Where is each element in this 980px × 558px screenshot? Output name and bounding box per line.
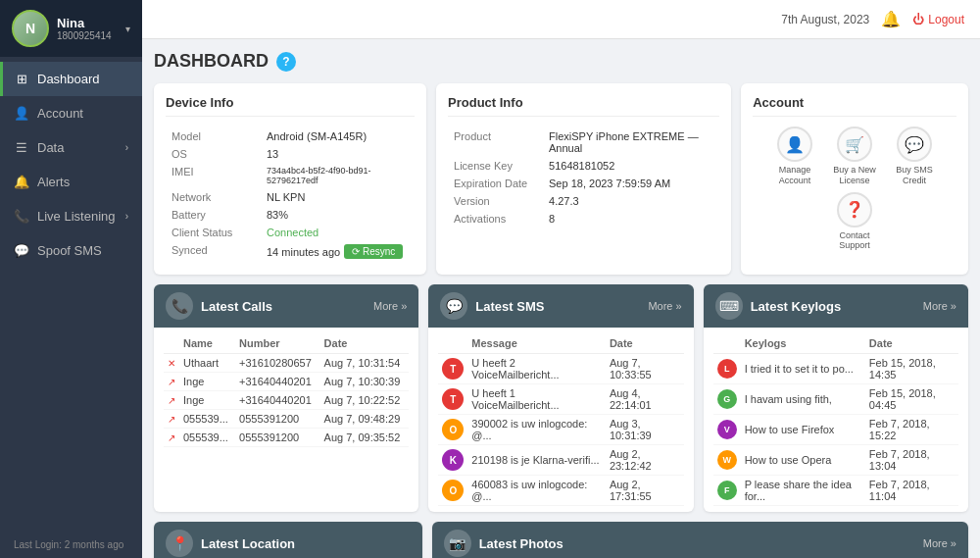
sms-more-link[interactable]: More » — [648, 300, 681, 312]
table-row: G I havam using fith, Feb 15, 2018, 04:4… — [713, 384, 958, 415]
data-icon: ☰ — [14, 140, 29, 155]
last-login: Last Login: 2 months ago — [0, 532, 142, 558]
table-row: ↗ Inge +31640440201 Aug 7, 10:30:39 — [164, 373, 409, 391]
sms-icon: 💬 — [440, 292, 467, 320]
main-content: DASHBOARD ? Device Info ModelAndroid (SM… — [142, 39, 980, 558]
latest-photos-card: 📷 Latest Photos More » Café Le boulevard… — [432, 522, 968, 558]
manage-account-icon: 👤 — [777, 127, 812, 162]
logout-button[interactable]: ⏻ Logout — [912, 13, 964, 26]
table-row: T U heeft 2 VoiceMailbericht... Aug 7, 1… — [438, 354, 683, 384]
sidebar: N Nina 1800925414 ▾ ⊞ Dashboard 👤 Accoun… — [0, 0, 142, 558]
latest-location-title: Latest Location — [201, 536, 411, 551]
calls-table: Name Number Date ✕ Uthaart +31610280657 … — [164, 333, 409, 447]
sidebar-item-account[interactable]: 👤 Account — [0, 96, 142, 130]
table-row: O 460083 is uw inlogcode: @... Aug 2, 17… — [438, 476, 683, 506]
calls-more-link[interactable]: More » — [373, 300, 407, 312]
sidebar-item-label: Data — [37, 140, 64, 155]
sidebar-item-label: Live Listening — [37, 209, 116, 224]
sidebar-item-alerts[interactable]: 🔔 Alerts — [0, 165, 142, 199]
buy-sms-label: Buy SMS Credit — [888, 165, 942, 186]
latest-calls-card: 📞 Latest Calls More » Name Number Date ✕ — [154, 284, 418, 512]
keylogs-more-link[interactable]: More » — [923, 300, 956, 312]
keyboard-icon: ⌨ — [715, 292, 743, 320]
latest-location-header: 📍 Latest Location — [154, 522, 422, 558]
page-title: DASHBOARD ? — [154, 51, 968, 72]
buy-license-icon: 🛒 — [837, 127, 872, 162]
table-row: ↗ 055539... 0555391200 Aug 7, 09:48:29 — [164, 410, 409, 429]
header: 7th August, 2023 🔔 ⏻ Logout — [142, 0, 980, 39]
product-info-title: Product Info — [448, 95, 719, 117]
phone-icon: 📞 — [166, 292, 193, 320]
latest-sms-body: Message Date T U heeft 2 VoiceMailberich… — [428, 328, 693, 512]
spoof-sms-icon: 💬 — [14, 243, 29, 258]
chevron-down-icon[interactable]: ▾ — [125, 24, 130, 34]
table-row: T U heeft 1 VoiceMailbericht... Aug 4, 2… — [438, 384, 683, 415]
sidebar-item-label: Account — [37, 106, 83, 121]
location-icon: 📍 — [166, 530, 193, 557]
manage-account-button[interactable]: 👤 Manage Account — [768, 127, 822, 186]
table-row: ✕ Uthaart +31610280657 Aug 7, 10:31:54 — [164, 354, 409, 373]
buy-license-button[interactable]: 🛒 Buy a New License — [828, 127, 882, 186]
latest-keylogs-body: Keylogs Date L I tried it to set it to p… — [704, 328, 968, 512]
latest-calls-body: Name Number Date ✕ Uthaart +31610280657 … — [154, 328, 418, 453]
help-icon[interactable]: ? — [276, 52, 296, 72]
latest-calls-title: Latest Calls — [201, 299, 366, 314]
latest-photos-title: Latest Photos — [479, 536, 915, 551]
product-info-card: Product Info ProductFlexiSPY iPhone EXTR… — [436, 83, 731, 275]
latest-sms-header: 💬 Latest SMS More » — [428, 284, 693, 328]
bottom-sections-row: 📍 Latest Location N355 Zernike 📍 ✕ Accur… — [154, 522, 968, 558]
logout-icon: ⏻ — [912, 13, 924, 26]
table-row: W How to use Opera Feb 7, 2018, 13:04 — [713, 445, 958, 476]
latest-sms-card: 💬 Latest SMS More » Message Date T U hee… — [428, 284, 693, 512]
contact-support-label: Contact Support — [828, 230, 882, 252]
user-id: 1800925414 — [57, 30, 118, 41]
table-row: K 210198 is je Klarna-verifi... Aug 2, 2… — [438, 445, 683, 476]
contact-support-icon: ❓ — [837, 192, 872, 228]
table-row: ↗ 055539... 0555391200 Aug 7, 09:35:52 — [164, 429, 409, 447]
sms-table: Message Date T U heeft 2 VoiceMailberich… — [438, 333, 683, 506]
sidebar-item-dashboard[interactable]: ⊞ Dashboard — [0, 62, 142, 96]
latest-calls-header: 📞 Latest Calls More » — [154, 284, 418, 328]
buy-sms-button[interactable]: 💬 Buy SMS Credit — [888, 127, 942, 186]
account-card-title: Account — [753, 95, 956, 117]
latest-location-card: 📍 Latest Location N355 Zernike 📍 ✕ Accur… — [154, 522, 422, 558]
latest-keylogs-header: ⌨ Latest Keylogs More » — [704, 284, 968, 328]
header-date: 7th August, 2023 — [781, 13, 869, 26]
latest-keylogs-title: Latest Keylogs — [751, 299, 915, 314]
sidebar-item-live-listening[interactable]: 📞 Live Listening › — [0, 199, 142, 233]
sidebar-item-data[interactable]: ☰ Data › — [0, 130, 142, 165]
middle-sections-row: 📞 Latest Calls More » Name Number Date ✕ — [154, 284, 968, 512]
buy-license-label: Buy a New License — [828, 165, 882, 186]
camera-icon: 📷 — [444, 530, 471, 557]
chevron-right-icon: › — [125, 142, 128, 153]
chevron-right-icon: › — [125, 211, 128, 222]
notification-bell-icon[interactable]: 🔔 — [881, 10, 901, 28]
table-row: V How to use Firefox Feb 7, 2018, 15:22 — [713, 415, 958, 445]
device-info-title: Device Info — [166, 95, 415, 117]
resync-button[interactable]: ⟳ Resync — [344, 244, 403, 259]
latest-photos-header: 📷 Latest Photos More » — [432, 522, 968, 558]
user-info: Nina 1800925414 — [57, 16, 118, 41]
top-cards-row: Device Info ModelAndroid (SM-A145R) OS13… — [154, 83, 968, 275]
table-row: L I tried it to set it to po... Feb 15, … — [713, 354, 958, 384]
keylogs-table: Keylogs Date L I tried it to set it to p… — [713, 333, 958, 506]
product-info-table: ProductFlexiSPY iPhone EXTREME — Annual … — [448, 127, 719, 228]
account-icons: 👤 Manage Account 🛒 Buy a New License 💬 B… — [753, 127, 956, 251]
sidebar-nav: ⊞ Dashboard 👤 Account ☰ Data › 🔔 Alerts … — [0, 57, 142, 532]
photos-more-link[interactable]: More » — [923, 537, 956, 549]
sidebar-item-label: Alerts — [37, 175, 70, 189]
sidebar-item-label: Dashboard — [37, 72, 100, 86]
sidebar-item-label: Spoof SMS — [37, 243, 102, 258]
live-listening-icon: 📞 — [14, 209, 29, 224]
table-row: ↗ Inge +31640440201 Aug 7, 10:22:52 — [164, 391, 409, 410]
latest-keylogs-card: ⌨ Latest Keylogs More » Keylogs Date L I… — [704, 284, 968, 512]
device-info-table: ModelAndroid (SM-A145R) OS13 IMEI734a4bc… — [166, 127, 415, 263]
table-row: O 390002 is uw inlogcode: @... Aug 3, 10… — [438, 415, 683, 445]
avatar: N — [12, 10, 49, 47]
contact-support-button[interactable]: ❓ Contact Support — [828, 192, 882, 252]
device-info-card: Device Info ModelAndroid (SM-A145R) OS13… — [154, 83, 426, 275]
table-row: F P lease share the idea for... Feb 7, 2… — [713, 476, 958, 506]
account-icon: 👤 — [14, 106, 29, 121]
buy-sms-icon: 💬 — [897, 127, 932, 162]
sidebar-item-spoof-sms[interactable]: 💬 Spoof SMS — [0, 233, 142, 268]
